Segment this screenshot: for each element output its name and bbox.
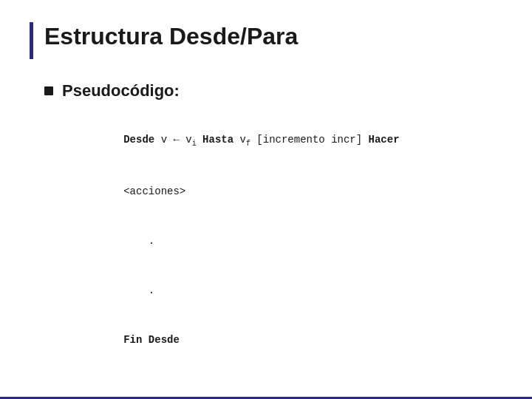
pseudocodigo-title: Pseudocódigo: <box>62 81 180 100</box>
desde-vf: vf [incremento incr] <box>233 134 362 146</box>
desde-line-4: . <box>74 266 502 316</box>
page-container: Estructura Desde/Para Pseudocódigo: Desd… <box>0 0 532 399</box>
bullet-icon <box>44 86 53 95</box>
desde-code-block: Desde v ← vi Hasta vf [incremento incr] … <box>44 115 502 365</box>
desde-line-1: Desde v ← vi Hasta vf [incremento incr] … <box>74 115 502 167</box>
page-title: Estructura Desde/Para <box>44 22 298 50</box>
desde-line-2: <acciones> <box>74 167 502 216</box>
desde-fin-line: Fin Desde <box>74 316 502 365</box>
desde-var: v ← vi <box>154 134 196 146</box>
fin-desde-keyword: Fin Desde <box>123 334 180 346</box>
hasta-keyword: Hasta <box>197 134 233 146</box>
hacer-keyword-1: Hacer <box>362 134 399 146</box>
desde-acciones: <acciones> <box>123 185 185 197</box>
content-section: Pseudocódigo: Desde v ← vi Hasta vf [inc… <box>30 81 502 399</box>
title-left-border <box>30 22 33 59</box>
pseudocodigo-label: Pseudocódigo: <box>44 81 502 100</box>
title-bar: Estructura Desde/Para <box>30 22 502 59</box>
desde-line-3: . <box>74 216 502 266</box>
desde-keyword: Desde <box>123 134 154 146</box>
